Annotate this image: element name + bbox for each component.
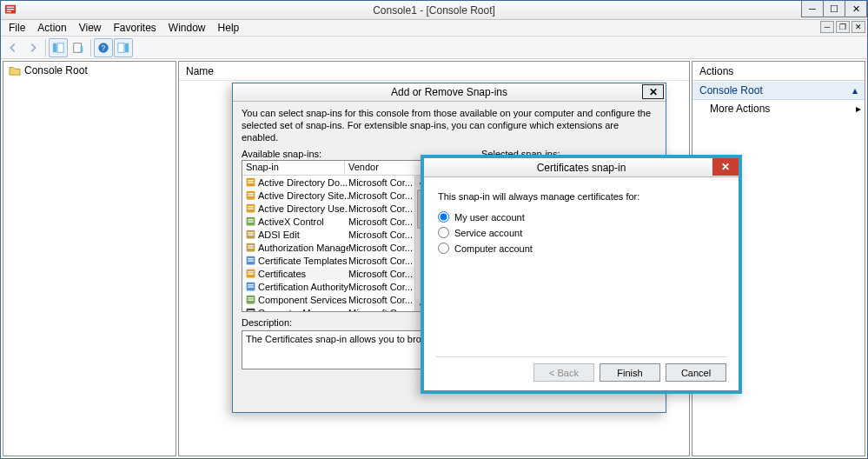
forward-button[interactable] (23, 38, 43, 57)
snapin-vendor: Microsoft Cor... (348, 203, 413, 214)
certificates-snapin-dialog: Certificates snap-in ✕ This snap-in will… (421, 155, 742, 394)
snapin-row[interactable]: ADSI EditMicrosoft Cor... (242, 228, 427, 241)
svg-rect-21 (248, 219, 254, 220)
snapin-vendor: Microsoft Cor... (348, 230, 413, 240)
snapin-vendor: Microsoft Cor... (348, 295, 413, 305)
snapin-row[interactable]: Computer Managem...Microsoft Cor... (242, 306, 427, 312)
menubar: File Action View Favorites Window Help ─… (1, 20, 867, 37)
snapin-icon (244, 307, 256, 313)
dialog-close-button[interactable]: ✕ (642, 84, 664, 99)
mdi-restore-button[interactable]: ❐ (836, 21, 850, 33)
titlebar: Console1 - [Console Root] ─ ☐ ✕ (1, 1, 867, 20)
svg-rect-19 (248, 209, 254, 210)
svg-rect-16 (248, 196, 254, 196)
radio-service-account[interactable]: Service account (438, 227, 725, 238)
col-vendor[interactable]: Vendor (345, 161, 427, 175)
mdi-minimize-button[interactable]: ─ (820, 21, 834, 33)
window-title: Console1 - [Console Root] (373, 4, 495, 17)
svg-rect-13 (248, 183, 254, 183)
svg-rect-9 (118, 43, 124, 52)
snapin-name: Authorization Manager (258, 243, 348, 253)
show-hide-tree-button[interactable] (49, 38, 68, 57)
snapin-icon (244, 281, 256, 293)
snapin-row[interactable]: Component ServicesMicrosoft Cor... (242, 293, 427, 306)
cert-dialog-prompt: This snap-in will always manage certific… (438, 191, 725, 202)
snapin-row[interactable]: Active Directory Do...Microsoft Cor... (242, 176, 427, 189)
menu-view[interactable]: View (73, 20, 108, 36)
svg-rect-33 (248, 271, 254, 272)
menu-help[interactable]: Help (212, 20, 246, 36)
menu-window[interactable]: Window (162, 20, 212, 36)
snapin-row[interactable]: CertificatesMicrosoft Cor... (242, 267, 427, 280)
snapin-name: Active Directory Do... (258, 177, 348, 188)
maximize-button[interactable]: ☐ (823, 1, 845, 17)
svg-rect-30 (248, 258, 254, 259)
tree-pane: Console Root (3, 61, 176, 456)
close-button[interactable]: ✕ (845, 1, 867, 17)
show-hide-action-pane-button[interactable] (114, 38, 133, 57)
svg-rect-6 (74, 43, 82, 52)
svg-rect-31 (248, 261, 254, 262)
available-snapins-list[interactable]: Snap-in Vendor Active Directory Do...Mic… (242, 160, 428, 312)
actions-group-label: Console Root (699, 84, 763, 96)
snapin-row[interactable]: Certificate TemplatesMicrosoft Cor... (242, 254, 427, 267)
radio-my-user-account[interactable]: My user account (438, 211, 725, 223)
svg-rect-2 (7, 9, 15, 10)
snapin-row[interactable]: Active Directory Use...Microsoft Cor... (242, 202, 427, 215)
svg-rect-39 (248, 297, 254, 298)
actions-group-title[interactable]: Console Root ▴ (692, 81, 865, 100)
svg-rect-28 (248, 248, 254, 249)
snapin-row[interactable]: Certification AuthorityMicrosoft Cor... (242, 280, 427, 293)
snapin-name: Active Directory Use... (258, 203, 348, 214)
snapin-icon (244, 203, 256, 215)
col-snapin[interactable]: Snap-in (242, 161, 345, 175)
menu-action[interactable]: Action (31, 20, 72, 36)
more-actions-label: More Actions (710, 103, 770, 115)
column-header-name[interactable]: Name (179, 62, 689, 81)
finish-button[interactable]: Finish (600, 363, 660, 382)
snapin-vendor: Microsoft Cor... (348, 190, 413, 201)
minimize-button[interactable]: ─ (801, 1, 824, 17)
back-button[interactable] (3, 38, 23, 57)
svg-rect-18 (248, 206, 254, 207)
menu-favorites[interactable]: Favorites (108, 20, 162, 36)
snapin-icon (244, 176, 256, 189)
svg-rect-37 (248, 287, 254, 288)
export-list-button[interactable] (69, 38, 88, 57)
snapin-row[interactable]: Active Directory Site...Microsoft Cor... (242, 189, 427, 202)
tree-root-item[interactable]: Console Root (5, 63, 174, 77)
available-label: Available snap-ins: (242, 149, 428, 159)
radio-label-computer: Computer account (454, 243, 533, 254)
svg-rect-27 (248, 245, 254, 246)
snapin-name: Computer Managem... (258, 308, 348, 313)
svg-rect-5 (57, 43, 63, 52)
toolbar: ? (1, 37, 867, 59)
cert-dialog-close-button[interactable]: ✕ (712, 158, 739, 176)
svg-rect-12 (248, 180, 254, 181)
cert-dialog-title: Certificates snap-in (537, 162, 626, 174)
radio-computer-account[interactable]: Computer account (438, 243, 725, 254)
radio-input-service[interactable] (438, 227, 449, 238)
snapin-vendor: Microsoft Cor... (348, 256, 413, 266)
more-actions-item[interactable]: More Actions ▸ (692, 100, 865, 117)
snapin-icon (244, 268, 256, 280)
snapin-row[interactable]: ActiveX ControlMicrosoft Cor... (242, 215, 427, 228)
actions-header: Actions (692, 62, 865, 81)
cert-dialog-titlebar: Certificates snap-in ✕ (424, 158, 739, 177)
back-wizard-button[interactable]: < Back (533, 363, 594, 382)
svg-rect-3 (7, 11, 11, 12)
radio-label-service: Service account (454, 228, 522, 238)
cancel-button[interactable]: Cancel (666, 363, 726, 382)
radio-input-user[interactable] (438, 211, 449, 223)
svg-rect-10 (125, 43, 129, 52)
menu-file[interactable]: File (3, 20, 31, 36)
snapin-icon (244, 229, 256, 241)
mdi-close-button[interactable]: ✕ (851, 21, 865, 33)
svg-rect-36 (248, 284, 254, 285)
snapin-row[interactable]: Authorization ManagerMicrosoft Cor... (242, 241, 427, 254)
dialog-titlebar: Add or Remove Snap-ins ✕ (233, 83, 666, 102)
help-button[interactable]: ? (94, 38, 113, 57)
snapin-vendor: Microsoft Cor... (348, 243, 413, 253)
dialog-title: Add or Remove Snap-ins (391, 86, 507, 98)
radio-input-computer[interactable] (438, 243, 449, 254)
